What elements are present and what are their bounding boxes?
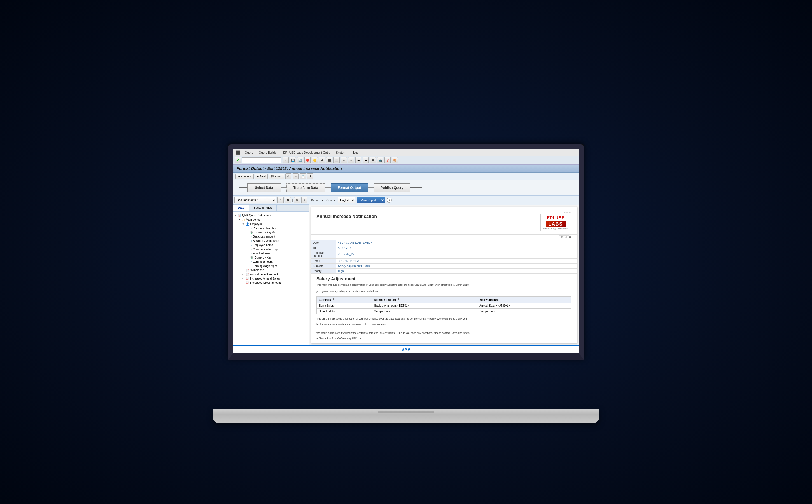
step-publish-query[interactable]: Publish Query — [373, 183, 410, 192]
panel-toolbar: Document output ✏ ✕ | ⧉ ⚙ — [233, 196, 308, 205]
btn11[interactable]: 🖥 — [370, 157, 376, 163]
currency-key-icon: 💱 — [250, 256, 254, 259]
email-address-label: Email address — [253, 252, 270, 255]
report-type-dropdown[interactable]: Main Report — [357, 197, 385, 203]
sort-icon3[interactable]: ⋮ — [499, 298, 503, 302]
report-toolbar: Report ▼ View ▼ English Main Report ℹ — [309, 196, 579, 205]
tree-main-period[interactable]: ▼ 🗂 Main period — [234, 217, 307, 222]
tree-employee-name[interactable]: · ○ Employee name — [234, 243, 307, 247]
tree-personnel-number[interactable]: · ○ Personnel Number — [234, 226, 307, 230]
wizard-icon2[interactable]: ✏ — [292, 173, 299, 179]
btn14[interactable]: 🎨 — [392, 157, 398, 163]
tab-data[interactable]: Data — [233, 205, 249, 211]
detail-table: Date:<SENV.CURRENT_DATE>To:<ENAME>Employ… — [311, 240, 577, 274]
nav-back-btn[interactable]: « — [282, 157, 289, 163]
earning-wage-types-icon: T — [250, 264, 252, 268]
btn10[interactable]: ➡ — [362, 157, 369, 163]
toolbar-input[interactable] — [242, 157, 281, 163]
detail-label-cell: Priority: — [311, 268, 336, 273]
report-logo: Header EPI · USE LABS value through inno… — [540, 211, 571, 231]
menu-help[interactable]: Help — [350, 151, 359, 154]
wizard-steps: Select Data Transform Data Format Output… — [233, 180, 579, 196]
report-info-btn[interactable]: ℹ — [387, 198, 392, 203]
menu-epiuse[interactable]: EPI-USE Labs Development Optio — [282, 151, 331, 154]
panel-delete-btn[interactable]: ✕ — [285, 197, 291, 203]
main-period-icon: 🗂 — [242, 218, 245, 221]
tree-currency-key2[interactable]: · 💱 Currency Key #2 — [234, 230, 307, 235]
bullet: · — [247, 227, 249, 229]
tree-earning-amount[interactable]: · ○ Earning amount — [234, 260, 307, 264]
communication-type-icon: ○ — [250, 248, 252, 251]
menu-query[interactable]: Query — [243, 151, 254, 154]
communication-type-label: Communication Type — [253, 248, 279, 251]
previous-button[interactable]: ◄ Previous — [235, 174, 254, 179]
btn9[interactable]: ⬅ — [355, 157, 361, 163]
panel-settings-btn[interactable]: ⚙ — [301, 197, 307, 203]
btn5[interactable]: ⬛ — [326, 157, 332, 163]
detail-menu-icon[interactable]: ≡ — [569, 235, 571, 240]
menu-system[interactable]: System — [334, 151, 347, 154]
menu-query-builder[interactable]: Query Builder — [257, 151, 278, 154]
tree-basic-pay-amount[interactable]: · ○ Basic pay amount — [234, 235, 307, 239]
annual-benefit-icon: 📈 — [246, 273, 249, 276]
closing-text3: We would appreciate if you view the cont… — [316, 331, 571, 335]
btn4[interactable]: 🖨 — [319, 157, 325, 163]
epiuse-logo: EPI · USE LABS value through innovation — [540, 214, 571, 231]
employee-name-icon: ○ — [250, 243, 252, 247]
tree-increased-annual-salary[interactable]: · 📈 Increased Annual Salary — [234, 276, 307, 281]
panel-edit-btn[interactable]: ✏ — [277, 197, 284, 203]
btn13[interactable]: ❓ — [384, 157, 390, 163]
btn2[interactable]: 🔴 — [304, 157, 310, 163]
bullet5: · — [247, 244, 249, 246]
wizard-icon1[interactable]: ⚙ — [285, 173, 291, 179]
tree-communication-type[interactable]: · ○ Communication Type — [234, 247, 307, 251]
detail-value-cell: Salary Adjustment F.2018 — [336, 263, 577, 268]
tree-increased-gross-amount[interactable]: · 📈 Increased Gross amount — [234, 281, 307, 285]
main-period-expand: ▼ — [238, 218, 241, 221]
btn7[interactable]: ↩ — [341, 157, 347, 163]
wizard-icon3[interactable]: 📋 — [300, 173, 306, 179]
language-dropdown[interactable]: English — [338, 197, 355, 203]
bullet4: · — [247, 240, 249, 242]
table-row: Date:<SENV.CURRENT_DATE> — [311, 240, 577, 245]
basic-pay-wage-label: Basic pay wage type — [253, 239, 278, 242]
btn3[interactable]: 🟡 — [312, 157, 318, 163]
panel-copy-btn[interactable]: ⧉ — [294, 197, 300, 203]
next-button[interactable]: ► Next — [255, 174, 268, 179]
tab-system-fields[interactable]: System fields — [249, 205, 277, 211]
tree-employee[interactable]: ▼ 👤 Employee — [234, 222, 307, 226]
green-check-btn[interactable]: ✓ — [235, 157, 241, 163]
tree-currency-key[interactable]: · 💱 Currency Key — [234, 255, 307, 260]
sort-icon1[interactable]: ⋮ — [332, 298, 335, 302]
tree-basic-pay-wage-type[interactable]: · ○ Basic pay wage type — [234, 239, 307, 243]
output-type-dropdown[interactable]: Document output — [234, 197, 276, 203]
btn1[interactable]: 🔄 — [297, 157, 303, 163]
btn12[interactable]: 📺 — [377, 157, 383, 163]
report-content: Annual Increase Notification Header EPI … — [310, 207, 577, 343]
wizard-icon4[interactable]: ℹ — [307, 173, 313, 179]
nav-toolbar: ◄ Previous ► Next 🏁 Finish ⚙ ✏ 📋 ℹ — [233, 173, 579, 180]
tree-percent-increase[interactable]: · 📈 % Increase — [234, 268, 307, 272]
btn6[interactable]: ⬜ — [333, 157, 340, 163]
salary-table: Earnings ⋮ Monthly amount ⋮ — [316, 296, 571, 314]
bullet12: · — [242, 273, 245, 276]
btn8[interactable]: ↪ — [348, 157, 354, 163]
currency-key-label: Currency Key — [254, 256, 271, 259]
detail-value-cell: <ENAME> — [336, 245, 577, 250]
salary-cell-earnings: Sample data — [317, 308, 372, 314]
tree-root[interactable]: ▼ 📊 QM4 Query Datasource — [234, 213, 307, 217]
bullet9: · — [247, 261, 249, 263]
save-btn[interactable]: 💾 — [290, 157, 296, 163]
arrow-right-icon: ► — [257, 175, 259, 178]
sort-icon2[interactable]: ⋮ — [397, 298, 400, 302]
closing-text4: at Samantha.Smith@Company.ABC.com. — [316, 337, 571, 341]
tree-earning-wage-types[interactable]: · T Earning wage types — [234, 264, 307, 268]
step-transform-data[interactable]: Transform Data — [286, 183, 325, 192]
report-title: Annual Increase Notification — [316, 211, 377, 219]
step-format-output[interactable]: Format Output — [331, 183, 368, 192]
tab-system-fields-label: System fields — [254, 206, 272, 209]
finish-button[interactable]: 🏁 Finish — [269, 174, 284, 179]
tree-annual-benefit[interactable]: · 📈 Annual benefit amount — [234, 272, 307, 276]
tree-email-address[interactable]: · ○ Email address — [234, 251, 307, 255]
step-select-data[interactable]: Select Data — [247, 183, 281, 192]
